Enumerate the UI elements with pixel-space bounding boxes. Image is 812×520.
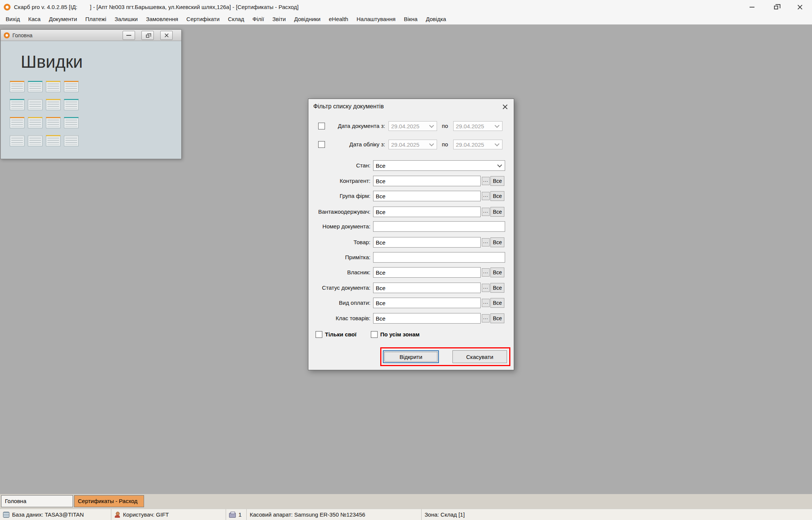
close-button[interactable]: [788, 0, 812, 14]
quick-tile[interactable]: [64, 81, 79, 92]
menu-item-filii[interactable]: Філії: [248, 14, 268, 24]
firm-group-more-button[interactable]: ...: [482, 192, 490, 200]
consignee-more-button[interactable]: ...: [482, 208, 490, 216]
statusbar: База даних: TASA3@TITAN Користувач: GIFT…: [0, 509, 812, 520]
state-combo[interactable]: Все: [373, 160, 505, 171]
doc-status-all-button[interactable]: Все: [490, 283, 504, 293]
firm-group-all-button[interactable]: Все: [490, 191, 504, 201]
payment-type-more-button[interactable]: ...: [482, 299, 490, 307]
payment-type-label: Вид оплати:: [309, 298, 370, 308]
menu-item-dovidnyky[interactable]: Довідники: [290, 14, 325, 24]
quick-tile[interactable]: [46, 81, 61, 92]
child-minimize-button[interactable]: [123, 31, 135, 40]
quick-tile[interactable]: [64, 117, 79, 128]
row-owner: Власник: ... Все: [308, 267, 514, 278]
user-text: Користувач: GIFT: [123, 511, 169, 518]
dialog-close-button[interactable]: [500, 102, 510, 112]
product-class-more-button[interactable]: ...: [482, 314, 490, 322]
payment-type-input[interactable]: [373, 298, 481, 308]
quick-tile[interactable]: [46, 117, 61, 128]
row-payment-type: Вид оплати: ... Все: [308, 298, 514, 308]
database-text: База даних: TASA3@TITAN: [12, 511, 84, 518]
close-icon: [502, 104, 508, 110]
quick-tile[interactable]: [64, 135, 79, 146]
note-input[interactable]: [373, 252, 505, 263]
menu-item-platezhi[interactable]: Платежі: [81, 14, 111, 24]
product-class-all-button[interactable]: Все: [490, 313, 504, 323]
menu-item-sklad[interactable]: Склад: [224, 14, 248, 24]
product-all-button[interactable]: Все: [490, 237, 504, 247]
child-window-titlebar[interactable]: Головна: [1, 30, 181, 41]
row-product: Товар: ... Все: [308, 237, 514, 248]
only-mine-checkbox[interactable]: [316, 331, 322, 338]
owner-more-button[interactable]: ...: [482, 268, 490, 277]
menu-item-ehealth[interactable]: eHealth: [325, 14, 352, 24]
product-class-label: Клас товарів:: [309, 313, 370, 324]
menu-item-zamovlennia[interactable]: Замовлення: [142, 14, 182, 24]
doc-date-checkbox[interactable]: [318, 123, 325, 129]
menu-item-zvity[interactable]: Звіти: [268, 14, 290, 24]
owner-input[interactable]: [373, 267, 481, 278]
quick-tile[interactable]: [10, 81, 24, 92]
menu-item-vikna[interactable]: Вікна: [400, 14, 422, 24]
quick-tile[interactable]: [10, 117, 24, 128]
consignee-input[interactable]: [373, 207, 481, 217]
contragent-all-button[interactable]: Все: [490, 176, 504, 186]
all-zones-checkbox[interactable]: [371, 331, 378, 338]
quick-tile[interactable]: [28, 135, 42, 146]
row-account-date: Дата обліку з: 29.04.2025 по 29.04.2025: [308, 139, 514, 150]
menu-item-sertyfikaty[interactable]: Сертифікати: [182, 14, 224, 24]
quick-tile[interactable]: [64, 99, 79, 110]
quick-tile[interactable]: [10, 135, 24, 146]
child-restore-button[interactable]: [141, 31, 154, 40]
open-button[interactable]: Відкрити: [383, 350, 439, 363]
row-consignee: Вантажоодержувач: ... Все: [308, 207, 514, 217]
contragent-input[interactable]: [373, 176, 481, 186]
doc-date-from-combo[interactable]: 29.04.2025: [389, 121, 437, 131]
product-class-input[interactable]: [373, 313, 481, 324]
minimize-icon: [126, 35, 131, 36]
quick-tile[interactable]: [28, 81, 42, 92]
row-note: Примітка:: [308, 252, 514, 263]
doc-date-to-combo[interactable]: 29.04.2025: [453, 121, 502, 131]
consignee-all-button[interactable]: Все: [490, 207, 504, 217]
dialog-title: Фільтр списку документів: [313, 103, 384, 110]
account-date-from-combo[interactable]: 29.04.2025: [389, 140, 437, 149]
quick-tile[interactable]: [28, 99, 42, 110]
dialog-titlebar[interactable]: Фільтр списку документів: [308, 99, 514, 114]
tab-home[interactable]: Головна: [1, 495, 73, 507]
owner-all-button[interactable]: Все: [490, 268, 504, 277]
quick-tile[interactable]: [28, 117, 42, 128]
product-input[interactable]: [373, 237, 481, 248]
tab-certificates-expense[interactable]: Сертификаты - Расход: [74, 495, 144, 507]
restore-button[interactable]: [764, 0, 788, 14]
all-zones-label: По усім зонам: [380, 330, 420, 339]
menu-item-vykhid[interactable]: Вихід: [2, 14, 24, 24]
account-date-to-combo[interactable]: 29.04.2025: [453, 140, 502, 149]
highlight-rect: Відкрити Скасувати: [380, 347, 510, 366]
firm-group-input[interactable]: [373, 191, 481, 201]
statusbar-database: База даних: TASA3@TITAN: [0, 509, 111, 520]
menu-item-zalyshky[interactable]: Залишки: [111, 14, 142, 24]
only-mine-label: Тільки свої: [325, 330, 357, 339]
minimize-button[interactable]: [740, 0, 764, 14]
payment-type-all-button[interactable]: Все: [490, 298, 504, 308]
cancel-button[interactable]: Скасувати: [452, 350, 507, 363]
product-more-button[interactable]: ...: [482, 238, 490, 246]
menu-item-nalashtuvannia[interactable]: Налаштування: [352, 14, 400, 24]
menu-item-dokumenty[interactable]: Документи: [45, 14, 81, 24]
quick-tile[interactable]: [46, 99, 61, 110]
close-icon: [164, 33, 169, 38]
quick-tile[interactable]: [46, 135, 61, 146]
doc-number-input[interactable]: [373, 221, 505, 232]
app-icon: [4, 32, 10, 38]
window-controls: [740, 0, 812, 14]
quick-tile[interactable]: [10, 99, 24, 110]
doc-status-more-button[interactable]: ...: [482, 284, 490, 292]
menu-item-kasa[interactable]: Каса: [24, 14, 45, 24]
account-date-checkbox[interactable]: [318, 141, 325, 148]
child-close-button[interactable]: [160, 31, 173, 40]
menu-item-dovidka[interactable]: Довідка: [422, 14, 450, 24]
contragent-more-button[interactable]: ...: [482, 177, 490, 185]
doc-status-input[interactable]: [373, 283, 481, 293]
